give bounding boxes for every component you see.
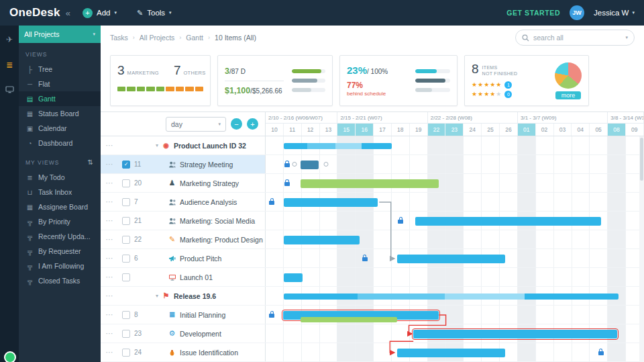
row-menu-button[interactable]: ⋯ <box>101 273 118 281</box>
more-button[interactable]: more <box>555 91 582 99</box>
sidebar-item-dashboard[interactable]: ◔Dashboard <box>19 136 101 150</box>
sidebar-item-tree[interactable]: ├Tree <box>19 62 101 77</box>
group-row[interactable]: ⋯▾⚑Release 19.6 <box>101 287 644 306</box>
breadcrumb-separator: › <box>208 34 210 41</box>
task-row[interactable]: ⋯21Marketing: Social Media <box>101 212 644 230</box>
sidebar-item-status-board[interactable]: ▦Status Board <box>19 106 101 121</box>
row-menu-button[interactable]: ⋯ <box>101 197 118 206</box>
row-checkbox[interactable] <box>122 179 130 187</box>
vertical-scrollbar[interactable] <box>639 136 644 362</box>
task-row[interactable]: ⋯✓11Strategy Meeting <box>101 155 644 174</box>
row-checkbox[interactable] <box>122 330 130 338</box>
day-header-cell: 23 <box>445 124 464 136</box>
summary-bar[interactable] <box>284 143 392 149</box>
sidebar-item-by-requester[interactable]: ╦By Requester <box>19 244 101 259</box>
task-row[interactable]: ⋯20♟Marketing Strategy <box>101 174 644 193</box>
gantt-bar[interactable] <box>284 273 303 282</box>
gantt-bar[interactable] <box>301 179 438 188</box>
row-menu-button[interactable]: ⋯ <box>101 160 118 169</box>
summary-bar[interactable] <box>284 293 619 300</box>
gantt-header: day ▾ − + 2/10 - 2/16 (W06/W07)2/15 - 2/… <box>101 112 644 136</box>
row-menu-button[interactable]: ⋯ <box>101 310 118 319</box>
sidebar-item-calendar[interactable]: ▣Calendar <box>19 121 101 136</box>
task-row[interactable]: ⋯Launch 01 <box>101 268 644 287</box>
breadcrumb-item[interactable]: Tasks <box>110 34 128 42</box>
sidebar-collapse-button[interactable]: « <box>66 8 70 18</box>
lock-icon <box>284 163 290 167</box>
people-icon <box>168 218 176 224</box>
row-checkbox[interactable] <box>122 217 130 225</box>
kpi-card-items[interactable]: 8 ITEMSNOT FINISHED ★★★★★1★★★★★0 more <box>464 55 589 106</box>
gantt-bar[interactable] <box>284 198 378 207</box>
sidebar-item-by-priority[interactable]: ╦By Priority <box>19 214 101 229</box>
app-logo[interactable]: OneDesk <box>0 6 64 19</box>
row-checkbox[interactable] <box>122 236 130 244</box>
row-menu-button[interactable]: ⋯ <box>101 179 118 187</box>
monitor-app-icon[interactable] <box>5 86 14 95</box>
gantt-bar[interactable] <box>284 236 360 244</box>
row-checkbox[interactable] <box>122 198 130 206</box>
gantt-bar[interactable] <box>301 161 319 169</box>
breadcrumb-item[interactable]: Gantt <box>186 34 203 42</box>
task-row[interactable]: ⋯24Issue Identification <box>101 343 644 362</box>
search-input[interactable] <box>533 34 621 42</box>
search-box[interactable]: ▾ <box>515 30 635 46</box>
task-row[interactable]: ⋯8≣Initial Planning <box>101 306 644 324</box>
chat-badge[interactable] <box>4 351 16 362</box>
kpi-card-progress[interactable]: 23%/ 100% 77% behind schedule <box>339 55 458 106</box>
sidebar-item-assignee-board[interactable]: ▦Assignee Board <box>19 199 101 214</box>
row-checkbox[interactable]: ✓ <box>122 161 130 169</box>
tasks-app-icon[interactable]: ≣ <box>6 60 13 70</box>
tools-menu-button[interactable]: ✎ Tools ▾ <box>137 9 172 17</box>
sidebar-item-task-inbox[interactable]: ⊔Task Inbox <box>19 185 101 199</box>
sidebar-item-i-am-following[interactable]: ╦I Am Following <box>19 259 101 273</box>
task-row[interactable]: ⋯22✎Marketing: Product Design <box>101 230 644 249</box>
gantt-bar[interactable] <box>413 330 616 338</box>
task-row[interactable]: ⋯23⚙Development <box>101 324 644 343</box>
kpi-card-assignees[interactable]: 3 MARKETING 7 OTHERS <box>110 55 211 106</box>
scrollbar-thumb[interactable] <box>640 138 643 181</box>
sidebar-item-flat[interactable]: ─Flat <box>19 77 101 91</box>
add-menu-button[interactable]: + Add ▾ <box>83 8 117 18</box>
collapse-caret-icon[interactable]: ▾ <box>156 142 158 148</box>
task-row[interactable]: ⋯6Product Pitch <box>101 249 644 268</box>
mini-bar <box>292 88 325 92</box>
row-menu-button[interactable]: ⋯ <box>101 141 118 150</box>
get-started-link[interactable]: GET STARTED <box>506 9 560 17</box>
zoom-in-button[interactable]: + <box>247 118 258 130</box>
gantt-bar[interactable] <box>415 217 601 226</box>
kpi-card-planning[interactable]: 3/87 D $1,100/$5,266.66 <box>217 55 333 106</box>
row-menu-button[interactable]: ⋯ <box>101 291 118 300</box>
row-checkbox[interactable] <box>122 273 130 281</box>
breadcrumb-item[interactable]: All Projects <box>140 34 175 42</box>
row-checkbox[interactable] <box>122 255 130 263</box>
timescale-select[interactable]: day ▾ <box>166 117 226 132</box>
row-menu-button[interactable]: ⋯ <box>101 216 118 225</box>
collapse-caret-icon[interactable]: ▾ <box>156 293 158 299</box>
project-selector[interactable]: All Projects ▾ <box>19 26 101 43</box>
task-name: Development <box>180 330 221 338</box>
sidebar-item-my-todo[interactable]: ≣My Todo <box>19 170 101 185</box>
row-checkbox[interactable] <box>122 349 130 357</box>
row-menu-button[interactable]: ⋯ <box>101 348 118 357</box>
gantt-bar[interactable] <box>301 317 397 322</box>
avatar[interactable]: JW <box>570 5 584 20</box>
user-menu[interactable]: Jessica W ▾ <box>594 9 635 17</box>
zoom-out-button[interactable]: − <box>231 118 242 130</box>
section-label: VIEWS <box>25 51 47 58</box>
gantt-bar[interactable] <box>397 349 505 357</box>
send-icon[interactable]: ✈ <box>6 35 13 44</box>
group-row[interactable]: ⋯▾◉Product Launch ID 32 <box>101 136 644 155</box>
breadcrumb-item[interactable]: 10 Items (All) <box>215 34 256 42</box>
gantt-bar[interactable] <box>397 255 505 263</box>
sidebar-item-gantt[interactable]: ▤Gantt <box>19 91 101 106</box>
sidebar-item-recently-upda-[interactable]: ╦Recently Upda... <box>19 229 101 244</box>
sort-filter-icon[interactable]: ⇅ <box>88 159 94 166</box>
row-menu-button[interactable]: ⋯ <box>101 329 118 338</box>
sidebar-item-closed-tasks[interactable]: ╦Closed Tasks <box>19 273 101 288</box>
cost-used: $1,100 <box>225 86 250 95</box>
row-menu-button[interactable]: ⋯ <box>101 254 118 263</box>
row-checkbox[interactable] <box>122 311 130 319</box>
task-row[interactable]: ⋯7Audience Analysis <box>101 193 644 212</box>
row-menu-button[interactable]: ⋯ <box>101 235 118 244</box>
